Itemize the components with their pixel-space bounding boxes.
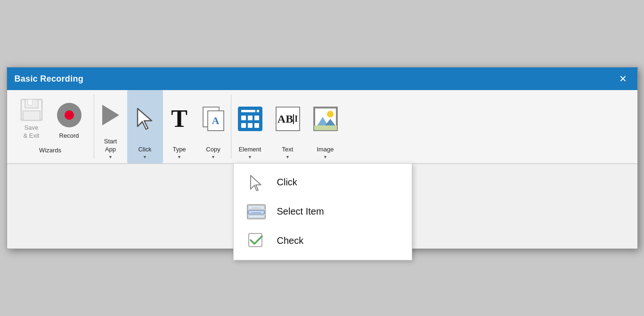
element-icon: [238, 94, 262, 144]
text-button[interactable]: ABI Text ▼: [269, 90, 307, 163]
type-button[interactable]: T Type ▼: [163, 90, 196, 163]
wizards-section-label: Wizards: [39, 147, 61, 154]
cursor-icon: [134, 94, 156, 144]
title-bar: Basic Recording ✕: [7, 67, 637, 90]
dropdown-select-item[interactable]: Select Item: [234, 198, 412, 226]
svg-rect-12: [248, 206, 264, 209]
dropdown-select-label: Select Item: [277, 206, 324, 217]
svg-rect-9: [314, 125, 337, 130]
click-arrow: ▼: [143, 155, 147, 159]
svg-marker-4: [138, 108, 152, 129]
dropdown-click-icon: [245, 174, 268, 191]
dropdown-check-icon: [245, 233, 268, 249]
svg-point-6: [327, 111, 334, 117]
play-icon: [101, 94, 121, 136]
dropdown-check-label: Check: [277, 235, 304, 246]
text-arrow: ▼: [285, 155, 290, 159]
click-button[interactable]: Click ▼: [127, 90, 163, 163]
save-exit-label: Save& Exit: [24, 124, 40, 140]
start-app-button[interactable]: StartApp ▼: [94, 90, 127, 163]
svg-marker-10: [251, 175, 261, 191]
image-arrow: ▼: [323, 155, 327, 159]
click-label: Click: [138, 146, 151, 154]
toolbar: Save& Exit Record Wizards S: [7, 90, 637, 164]
svg-rect-3: [23, 111, 40, 120]
element-button[interactable]: Element ▼: [231, 90, 269, 163]
record-label: Record: [59, 132, 79, 140]
dropdown-select-icon: [245, 204, 268, 219]
type-icon: T: [170, 94, 189, 144]
dropdown-check-item[interactable]: Check: [234, 226, 412, 256]
wizards-buttons: Save& Exit Record: [13, 94, 88, 144]
copy-button[interactable]: A Copy ▼: [196, 90, 231, 163]
element-label: Element: [239, 146, 261, 154]
text-label: Text: [282, 146, 293, 154]
dropdown-click-item[interactable]: Click: [234, 167, 412, 198]
image-label: Image: [317, 146, 334, 154]
copy-label: Copy: [206, 146, 220, 154]
wizards-group: Save& Exit Record Wizards: [7, 90, 94, 163]
type-label: Type: [172, 146, 186, 154]
save-icon: [19, 98, 44, 122]
record-icon: [57, 100, 82, 130]
click-dropdown-menu: Click Select Item: [233, 163, 412, 260]
image-button[interactable]: Image ▼: [307, 90, 344, 163]
copy-arrow: ▼: [211, 155, 215, 159]
text-icon: ABI: [276, 94, 300, 144]
start-app-label: StartApp: [104, 138, 117, 154]
svg-rect-13: [248, 210, 264, 214]
svg-rect-14: [248, 215, 264, 218]
type-arrow: ▼: [177, 155, 181, 159]
dropdown-click-label: Click: [277, 177, 297, 188]
basic-recording-dialog: Basic Recording ✕ Save& Exit: [7, 67, 638, 249]
image-icon: [313, 94, 338, 144]
start-app-arrow: ▼: [108, 155, 113, 159]
svg-rect-2: [28, 100, 33, 105]
save-exit-button[interactable]: Save& Exit: [13, 94, 50, 144]
record-button[interactable]: Record: [50, 97, 88, 144]
close-button[interactable]: ✕: [616, 73, 630, 84]
dialog-title: Basic Recording: [15, 74, 84, 84]
copy-icon: A: [203, 94, 224, 144]
element-arrow: ▼: [248, 155, 252, 159]
